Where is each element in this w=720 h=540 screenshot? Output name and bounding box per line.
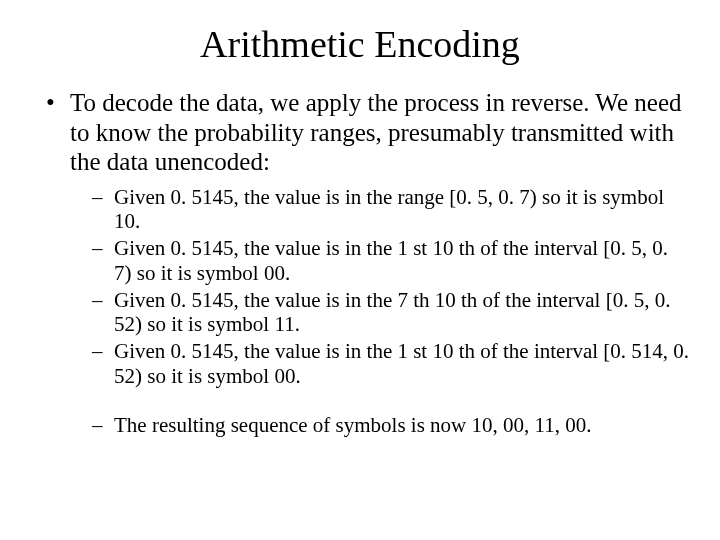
sub-bullet-3: Given 0. 5145, the value is in the 7 th …: [98, 288, 690, 338]
slide-title: Arithmetic Encoding: [30, 22, 690, 66]
slide: Arithmetic Encoding To decode the data, …: [0, 0, 720, 540]
bullet-list-level-1: To decode the data, we apply the process…: [30, 88, 690, 437]
spacer: [98, 391, 690, 413]
sub-bullet-4: Given 0. 5145, the value is in the 1 st …: [98, 339, 690, 389]
sub-bullet-result: The resulting sequence of symbols is now…: [98, 413, 690, 438]
bullet-list-level-2: Given 0. 5145, the value is in the range…: [70, 185, 690, 438]
sub-bullet-2: Given 0. 5145, the value is in the 1 st …: [98, 236, 690, 286]
main-bullet-text: To decode the data, we apply the process…: [70, 89, 682, 175]
main-bullet: To decode the data, we apply the process…: [52, 88, 690, 437]
sub-bullet-1: Given 0. 5145, the value is in the range…: [98, 185, 690, 235]
